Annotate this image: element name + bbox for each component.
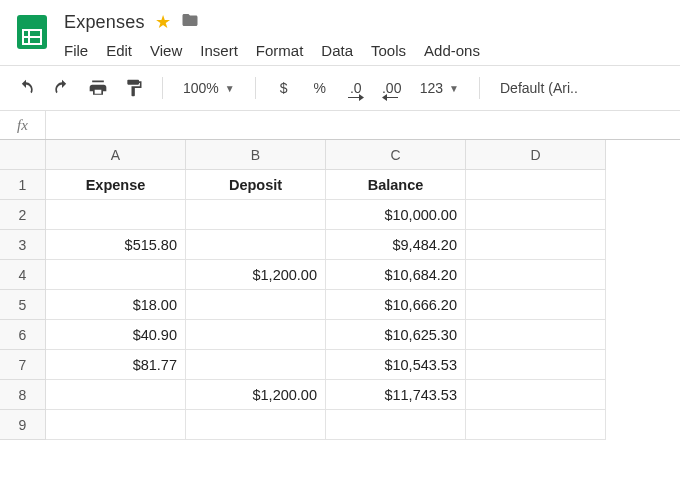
row-head[interactable]: 3 <box>0 230 46 260</box>
cell[interactable] <box>466 290 606 320</box>
cell[interactable]: $18.00 <box>46 290 186 320</box>
star-icon[interactable]: ★ <box>155 11 171 33</box>
col-head-C[interactable]: C <box>326 140 466 170</box>
cell[interactable]: $10,543.53 <box>326 350 466 380</box>
cell[interactable] <box>466 230 606 260</box>
format-currency-button[interactable]: $ <box>270 74 298 102</box>
cell[interactable]: $11,743.53 <box>326 380 466 410</box>
cell[interactable] <box>186 230 326 260</box>
currency-symbol: $ <box>280 80 288 96</box>
percent-symbol: % <box>313 80 325 96</box>
chevron-down-icon: ▼ <box>225 83 235 94</box>
cell[interactable] <box>46 260 186 290</box>
cell[interactable] <box>186 200 326 230</box>
spreadsheet-grid: A B C D 1 Expense Deposit Balance 2 $10,… <box>0 140 680 440</box>
cell[interactable] <box>466 200 606 230</box>
col-head-D[interactable]: D <box>466 140 606 170</box>
redo-icon[interactable] <box>48 74 76 102</box>
menu-format[interactable]: Format <box>256 42 304 59</box>
cell[interactable]: $40.90 <box>46 320 186 350</box>
cell[interactable]: $515.80 <box>46 230 186 260</box>
formula-bar: fx <box>0 110 680 140</box>
format-percent-button[interactable]: % <box>306 74 334 102</box>
separator <box>479 77 480 99</box>
zoom-select[interactable]: 100% ▼ <box>177 74 241 102</box>
menu-data[interactable]: Data <box>321 42 353 59</box>
row-head[interactable]: 7 <box>0 350 46 380</box>
cell[interactable] <box>466 170 606 200</box>
cell[interactable] <box>466 380 606 410</box>
cell[interactable] <box>186 290 326 320</box>
doc-title[interactable]: Expenses <box>64 12 145 33</box>
cell[interactable] <box>466 260 606 290</box>
select-all-corner[interactable] <box>0 140 46 170</box>
toolbar: 100% ▼ $ % .0 .00 123 ▼ Default (Ari.. <box>0 66 680 110</box>
row-head[interactable]: 1 <box>0 170 46 200</box>
cell[interactable]: $10,625.30 <box>326 320 466 350</box>
more-formats-select[interactable]: 123 ▼ <box>414 74 465 102</box>
cell[interactable] <box>186 320 326 350</box>
row-head[interactable]: 9 <box>0 410 46 440</box>
cell[interactable]: $1,200.00 <box>186 380 326 410</box>
cell[interactable]: $81.77 <box>46 350 186 380</box>
col-head-A[interactable]: A <box>46 140 186 170</box>
cell[interactable] <box>46 410 186 440</box>
menu-insert[interactable]: Insert <box>200 42 238 59</box>
cell[interactable]: $10,684.20 <box>326 260 466 290</box>
paint-format-icon[interactable] <box>120 74 148 102</box>
zoom-label: 100% <box>183 80 219 96</box>
cell[interactable] <box>46 380 186 410</box>
row-head[interactable]: 4 <box>0 260 46 290</box>
cell[interactable]: Deposit <box>186 170 326 200</box>
cell[interactable] <box>186 350 326 380</box>
cell[interactable] <box>466 320 606 350</box>
undo-icon[interactable] <box>12 74 40 102</box>
decrease-decimal-button[interactable]: .0 <box>342 74 370 102</box>
cell[interactable] <box>466 410 606 440</box>
menu-addons[interactable]: Add-ons <box>424 42 480 59</box>
font-label: Default (Ari.. <box>500 80 578 96</box>
increase-decimal-button[interactable]: .00 <box>378 74 406 102</box>
cell[interactable]: Expense <box>46 170 186 200</box>
cell[interactable] <box>46 200 186 230</box>
more-formats-label: 123 <box>420 80 443 96</box>
separator <box>162 77 163 99</box>
col-head-B[interactable]: B <box>186 140 326 170</box>
menu-view[interactable]: View <box>150 42 182 59</box>
cell[interactable]: Balance <box>326 170 466 200</box>
row-head[interactable]: 8 <box>0 380 46 410</box>
cell[interactable]: $10,000.00 <box>326 200 466 230</box>
fx-label[interactable]: fx <box>0 111 46 139</box>
cell[interactable]: $1,200.00 <box>186 260 326 290</box>
cell[interactable]: $9,484.20 <box>326 230 466 260</box>
cell[interactable] <box>466 350 606 380</box>
chevron-down-icon: ▼ <box>449 83 459 94</box>
separator <box>255 77 256 99</box>
app-logo[interactable] <box>12 12 52 52</box>
font-select[interactable]: Default (Ari.. <box>494 74 584 102</box>
row-head[interactable]: 6 <box>0 320 46 350</box>
cell[interactable]: $10,666.20 <box>326 290 466 320</box>
formula-input[interactable] <box>46 111 680 139</box>
cell[interactable] <box>186 410 326 440</box>
menu-edit[interactable]: Edit <box>106 42 132 59</box>
cell[interactable] <box>326 410 466 440</box>
print-icon[interactable] <box>84 74 112 102</box>
menu-file[interactable]: File <box>64 42 88 59</box>
row-head[interactable]: 2 <box>0 200 46 230</box>
row-head[interactable]: 5 <box>0 290 46 320</box>
menu-bar: File Edit View Insert Format Data Tools … <box>64 42 668 65</box>
menu-tools[interactable]: Tools <box>371 42 406 59</box>
folder-icon[interactable] <box>181 11 199 34</box>
